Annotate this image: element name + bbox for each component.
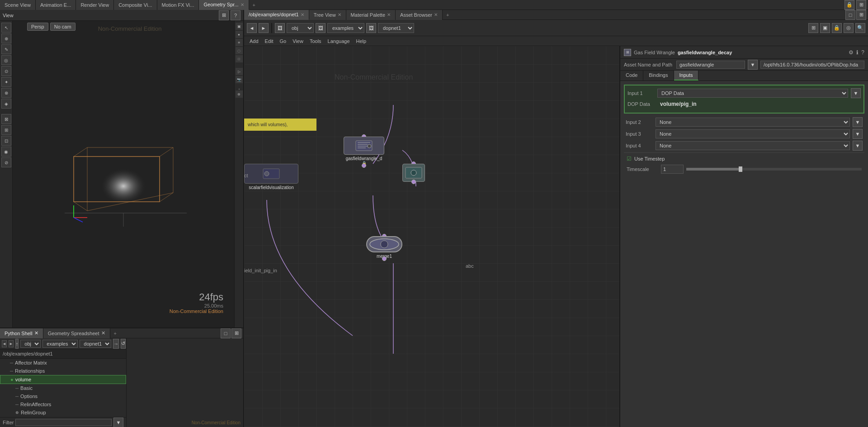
ne-back-btn[interactable]: ◄ [247,23,257,33]
menu-add[interactable]: Add [247,38,261,45]
geo-tool[interactable]: ⊘ [1,157,11,167]
persp-button[interactable]: Persp [27,23,48,31]
orient-icon[interactable]: ⊕ [236,90,243,98]
add-tab-button[interactable]: + [249,1,259,9]
menu-language[interactable]: Language [325,38,353,45]
bottom-panel-icon2[interactable]: ⊞ [231,328,241,338]
tab-animation-editor[interactable]: Animation E... [36,0,76,10]
input3-dropdown[interactable]: ▼ [853,129,863,139]
view-help-icon[interactable]: ? [231,10,241,20]
solver-body[interactable] [402,164,425,182]
examples-selector[interactable]: examples [42,340,78,348]
forward-button[interactable]: ► [9,340,14,347]
ne-dopnet-selector[interactable]: dopnet1 [378,23,414,33]
particle-tool[interactable]: ⊡ [1,136,11,146]
tab-asset-browser[interactable]: Asset Browser ✕ [396,10,443,20]
menu-tools[interactable]: Tools [307,38,324,45]
tree-item-volume[interactable]: ● volume [0,375,126,384]
tree-item-basic[interactable]: ─ Basic [0,384,126,392]
tree-item-affector[interactable]: ─ Affector Matrix [0,359,126,367]
filter-input[interactable] [15,419,112,426]
obj-selector[interactable]: obj [20,340,41,348]
props-gear-icon[interactable]: ⚙ [849,49,854,56]
wireframe-icon[interactable]: ▣ [236,23,243,30]
tab-bindings[interactable]: Bindings [643,71,674,81]
node-scalarfield[interactable]: scalarfieldvisualization [244,164,298,190]
props-info-icon[interactable]: ℹ [856,49,859,56]
input4-select[interactable]: None [656,141,850,150]
asset-path-input[interactable] [760,61,864,69]
shading-icon[interactable]: ● [236,31,243,38]
tree-item-relationships[interactable]: ─ Relationships [0,367,126,375]
add-node-tab-button[interactable]: + [443,11,453,19]
node-panel-icon1[interactable]: □ [845,10,855,20]
ne-obj-selector[interactable]: obj [287,23,314,33]
dopnet-tab-close[interactable]: ✕ [301,12,304,17]
ne-icon5[interactable]: 🔍 [855,23,865,33]
node-gasfieldwrangle[interactable]: gasfieldwrangle_d 🔒 [344,137,384,166]
view-tool[interactable]: ⊙ [1,66,11,76]
geo-tab-close[interactable]: ✕ [101,330,105,336]
ne-icon2[interactable]: ▣ [820,23,830,33]
ghost-icon[interactable]: ◌ [236,47,243,54]
input2-select[interactable]: None [656,118,850,127]
tab-tree-view[interactable]: Tree View ✕ [309,10,346,20]
gasfieldwrangle-connector-bottom[interactable] [362,163,366,168]
tab-motion-fx[interactable]: Motion FX Vi... [157,0,199,10]
props-help-icon[interactable]: ? [861,49,864,56]
ne-icon1[interactable]: ⊞ [808,23,818,33]
solver-connector-bottom[interactable] [411,180,416,184]
merge1-body[interactable] [366,236,402,252]
add-bottom-tab-button[interactable]: + [110,329,120,337]
viewport-3d[interactable]: ↖ ⊕ ✎ ◎ ⊙ ✦ ⊗ ◈ ⊠ ⊞ ⊡ ◉ ⊘ ▣ [0,21,243,327]
go-button[interactable]: → [113,339,119,349]
grid-tool[interactable]: ⊞ [1,125,11,135]
tab-composite-view[interactable]: Composite Vi... [114,0,157,10]
timescale-input[interactable] [661,165,684,174]
scalarfield-body[interactable] [244,164,298,184]
tree-item-options[interactable]: ─ Options [0,392,126,400]
ne-examples-selector[interactable]: examples [327,23,364,33]
asset-tab-close[interactable]: ✕ [434,12,438,17]
camera-tool[interactable]: ◎ [1,55,11,65]
render-icon[interactable]: ▷ [236,68,243,75]
tree-item-relingroup[interactable]: ⊕ RelinGroup [0,408,126,417]
view-settings-icon[interactable]: ⊞ [219,10,229,20]
menu-edit[interactable]: Edit [262,38,276,45]
node-panel-icon2[interactable]: ⊞ [856,10,866,20]
back-button[interactable]: ◄ [2,340,7,347]
ne-icon4[interactable]: ◎ [844,23,854,33]
ne-dopnet-icon[interactable]: 🖼 [366,23,376,33]
node-merge1[interactable]: merge1 [366,236,402,259]
menu-help[interactable]: Help [354,38,369,45]
display-icon[interactable]: □ [236,55,243,62]
node-solver[interactable] [402,164,425,182]
menu-go[interactable]: Go [277,38,289,45]
path-up-button[interactable]: ↑ [15,339,19,349]
tab-code[interactable]: Code [620,71,643,81]
light-tool[interactable]: ◉ [1,147,11,157]
tab-geometry-spr[interactable]: Geometry Spr... ✕ [199,0,249,10]
input1-dropdown[interactable]: ▼ [851,88,861,98]
ne-examples-icon[interactable]: 🖼 [316,23,326,33]
gasfieldwrangle-body[interactable] [344,137,384,155]
snapshot-icon[interactable]: 📷 [236,76,243,83]
select-tool[interactable]: ↖ [1,23,11,33]
bottom-panel-icon1[interactable]: □ [221,328,231,338]
tree-item-relinaffectors[interactable]: ─ RelinAffectors [0,400,126,408]
tab-dopnet1[interactable]: /obj/examples/dopnet1 ✕ [244,10,309,20]
tab-inputs[interactable]: Inputs [674,71,699,81]
dopnet1-selector[interactable]: dopnet1 [80,340,111,348]
transform-tool[interactable]: ✦ [1,77,11,87]
lighting-icon[interactable]: ☀ [236,39,243,46]
timescale-slider[interactable] [686,168,862,171]
tab-python-shell[interactable]: Python Shell ✕ [0,328,43,338]
python-tab-close[interactable]: ✕ [34,330,38,336]
asset-name-input[interactable] [676,61,745,69]
reload-button[interactable]: ↺ [121,339,126,349]
snap-tool[interactable]: ⊠ [1,114,11,124]
tab-close-icon[interactable]: ✕ [241,2,244,7]
scene-area[interactable]: Persp No cam [13,21,234,327]
menu-view[interactable]: View [290,38,306,45]
use-timestep-checkbox[interactable]: ☑ [627,156,632,162]
